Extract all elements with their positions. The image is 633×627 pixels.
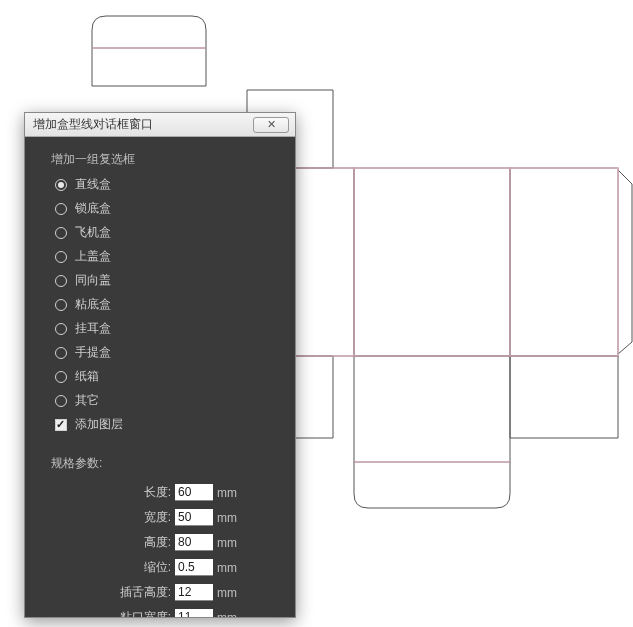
opt-line-box[interactable]: 直线盒 [55,176,279,193]
option-label: 锁底盒 [75,200,111,217]
radio-icon[interactable] [55,299,67,311]
param-label: 缩位: [119,559,171,576]
option-label: 同向盖 [75,272,111,289]
add-box-dialog: 增加盒型线对话框窗口 ✕ 增加一组复选框 直线盒锁底盒飞机盒上盖盒同向盖粘底盒挂… [24,112,296,618]
radio-icon[interactable] [55,395,67,407]
opt-other[interactable]: 其它 [55,392,279,409]
option-label: 直线盒 [75,176,111,193]
param-label: 粘口宽度: [119,609,171,617]
option-label: 上盖盒 [75,248,111,265]
opt-lid-box[interactable]: 上盖盒 [55,248,279,265]
param-width: 宽度:mm [55,509,279,526]
unit-label: mm [217,486,235,500]
opt-lock-box[interactable]: 锁底盒 [55,200,279,217]
opt-plane-box[interactable]: 飞机盒 [55,224,279,241]
option-label: 纸箱 [75,368,99,385]
dialog-title: 增加盒型线对话框窗口 [31,116,253,133]
option-label: 挂耳盒 [75,320,111,337]
param-label: 高度: [119,534,171,551]
opt-same-lid[interactable]: 同向盖 [55,272,279,289]
unit-label: mm [217,536,235,550]
radio-icon[interactable] [55,203,67,215]
params-list: 长度:mm宽度:mm高度:mm缩位:mm插舌高度:mm粘口宽度:mm [55,484,279,617]
svg-rect-3 [510,168,618,356]
option-label: 飞机盒 [75,224,111,241]
option-label: 手提盒 [75,344,111,361]
radio-icon[interactable] [55,347,67,359]
checkbox-icon[interactable] [55,419,67,431]
param-input-length[interactable] [175,484,213,501]
param-height: 高度:mm [55,534,279,551]
param-tuck-height: 插舌高度:mm [55,584,279,601]
unit-label: mm [217,611,235,618]
param-shrink: 缩位:mm [55,559,279,576]
close-icon: ✕ [267,118,276,131]
param-label: 插舌高度: [119,584,171,601]
close-button[interactable]: ✕ [253,117,289,133]
params-title: 规格参数: [51,455,279,472]
radio-icon[interactable] [55,251,67,263]
param-input-shrink[interactable] [175,559,213,576]
option-label: 粘底盒 [75,296,111,313]
param-label: 宽度: [119,509,171,526]
param-label: 长度: [119,484,171,501]
radio-icon[interactable] [55,179,67,191]
unit-label: mm [217,561,235,575]
option-label: 其它 [75,392,99,409]
option-list: 直线盒锁底盒飞机盒上盖盒同向盖粘底盒挂耳盒手提盒纸箱其它添加图层 [55,176,279,433]
dialog-body: 增加一组复选框 直线盒锁底盒飞机盒上盖盒同向盖粘底盒挂耳盒手提盒纸箱其它添加图层… [25,137,295,617]
unit-label: mm [217,586,235,600]
param-length: 长度:mm [55,484,279,501]
option-label: 添加图层 [75,416,123,433]
opt-carton[interactable]: 纸箱 [55,368,279,385]
opt-hang-box[interactable]: 挂耳盒 [55,320,279,337]
titlebar[interactable]: 增加盒型线对话框窗口 ✕ [25,113,295,137]
opt-add-layer[interactable]: 添加图层 [55,416,279,433]
opt-handle-box[interactable]: 手提盒 [55,344,279,361]
radio-icon[interactable] [55,227,67,239]
param-input-height[interactable] [175,534,213,551]
svg-rect-2 [354,168,510,356]
opt-glue-box[interactable]: 粘底盒 [55,296,279,313]
param-input-width[interactable] [175,509,213,526]
param-glue-width: 粘口宽度:mm [55,609,279,617]
param-input-glue-width[interactable] [175,609,213,617]
radio-icon[interactable] [55,275,67,287]
param-input-tuck-height[interactable] [175,584,213,601]
radio-icon[interactable] [55,323,67,335]
unit-label: mm [217,511,235,525]
radio-icon[interactable] [55,371,67,383]
group-title: 增加一组复选框 [51,151,279,168]
svg-rect-4 [354,356,510,462]
